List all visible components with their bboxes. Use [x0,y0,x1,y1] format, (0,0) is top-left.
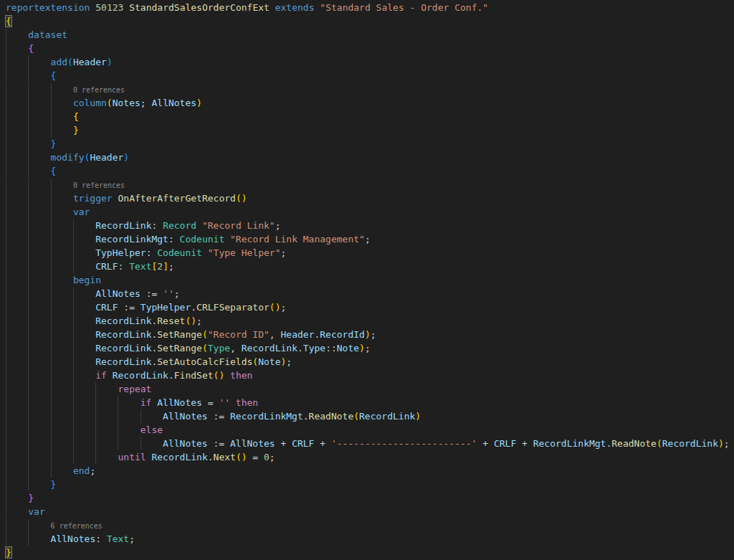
code-line: AllNotes := ''; [6,287,734,300]
indent-guide [6,273,28,287]
code-token: ) [365,329,371,340]
code-token: ) [359,343,365,353]
indent-guide [6,137,28,151]
code-editor[interactable]: reportextension 50123 StandardSalesOrder… [0,0,734,560]
indent-guide [28,355,50,369]
indent-guide [28,369,50,382]
code-token: . [303,411,309,422]
indent-guide [73,450,95,464]
code-token: Header [281,329,315,340]
code-token: . [208,452,214,462]
indent-guide [51,191,73,205]
code-token: AllNotes [230,438,280,449]
code-token: TypHelper [140,302,191,313]
code-token: { [51,166,57,176]
indent-guide [28,519,50,533]
indent-guide [73,396,95,409]
code-token: SetAutoCalcFields [157,356,252,367]
code-token: ( [353,411,359,422]
code-line: else [6,423,734,437]
indent-guide [28,260,50,273]
code-token: ; [281,247,287,258]
code-line: modify(Header) [6,151,734,164]
indent-guide [51,273,73,287]
code-line: var [6,505,734,518]
code-line: dataset [6,28,734,42]
code-token: ; [371,329,376,340]
code-token: then [224,370,252,381]
indent-guide [51,110,73,123]
codelens-line: 0 references [6,82,734,96]
code-token: '' [219,397,235,408]
code-token: } [28,493,34,503]
code-token: ( [657,438,662,449]
code-token: : [168,234,180,245]
code-token: AllNotes [157,397,207,408]
code-line: TypHelper: Codeunit "Type Helper"; [6,246,734,260]
indent-guide [51,396,73,409]
code-token: RecordLink [95,315,151,326]
indent-guide [6,164,28,178]
code-line: add(Header) [6,55,734,69]
code-token: Codeunit [180,234,230,245]
code-token: ; [286,356,292,367]
indent-guide [118,423,140,437]
indent-guide [28,396,50,409]
code-token: end [73,465,90,476]
indent-guide [28,137,50,151]
code-token: begin [73,275,101,285]
codelens-references-link[interactable]: 6 references [51,522,103,530]
code-token: + [280,438,292,449]
code-token: Reset [157,315,185,326]
indent-guide [6,28,28,42]
code-token: . [297,343,303,353]
indent-guide [95,396,118,409]
indent-guide [28,341,50,355]
indent-guide [6,219,28,232]
code-token: Header [73,57,107,67]
code-token: until [118,452,151,462]
code-line: repeat [6,382,734,396]
indent-guide [28,273,50,287]
codelens-line: 6 references [6,518,734,532]
codelens-references-link[interactable]: 0 references [73,86,125,94]
code-token: RecordLink [95,356,151,367]
indent-guide [95,437,118,450]
code-token: Text [129,261,151,272]
code-line: RecordLink.SetRange("Record ID", Header.… [6,328,734,341]
code-token: else [140,424,163,435]
code-token: column [73,98,107,108]
code-token: dataset [28,29,67,40]
code-token: ( [107,98,113,108]
matched-bracket: } [6,547,11,558]
code-token: = [247,452,264,462]
indent-guide [118,396,140,409]
indent-guide [28,151,50,164]
code-token: RecordLink [95,329,151,340]
code-line: trigger OnAfterAfterGetRecord() [6,191,734,205]
code-token: RecordLinkMgt [230,411,303,422]
code-line: } [6,478,734,491]
indent-guide [6,328,28,341]
code-token: ) [718,438,724,449]
code-token: "Record ID" [208,329,270,340]
code-token: CRLF [292,438,320,449]
code-token: ) [196,98,202,108]
indent-guide [6,246,28,260]
code-line: { [6,69,734,82]
indent-guide [51,369,73,382]
indent-guide [51,96,73,110]
code-token: ; [270,452,275,462]
code-token: } [51,479,57,490]
code-token: Next [214,452,236,462]
codelens-references-link[interactable]: 0 references [73,181,125,189]
code-token: SetRange [157,343,202,353]
code-token: 0 [264,452,270,462]
indent-guide [28,246,50,260]
indent-guide [95,409,118,423]
code-token: add [51,57,67,67]
indent-guide [6,110,28,123]
code-token: : [151,220,163,231]
code-token: RecordLink [359,411,415,422]
code-line: } [6,123,734,137]
